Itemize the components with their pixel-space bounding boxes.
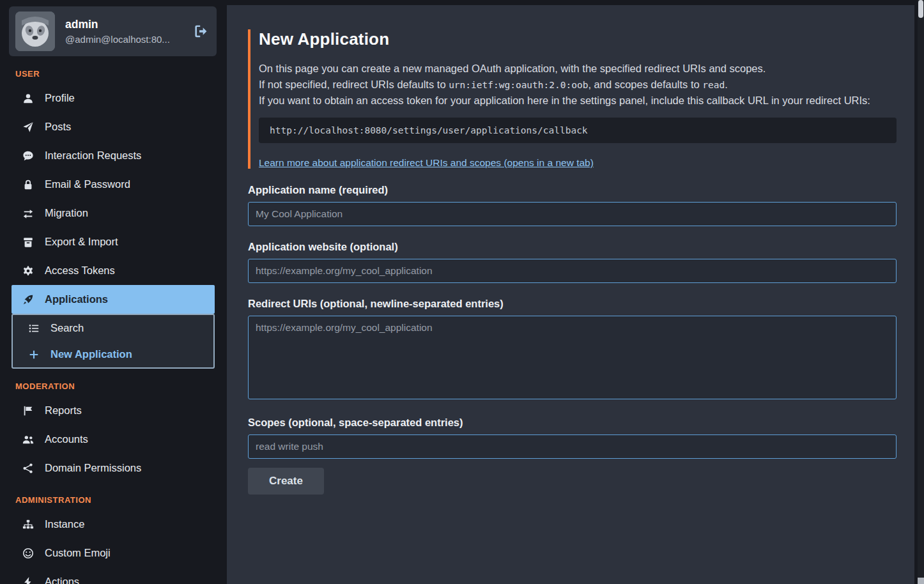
sidebar-item-domain-permissions[interactable]: Domain Permissions [12, 454, 215, 482]
main-content: New Application On this page you can cre… [227, 0, 924, 584]
sidebar-item-label: New Application [50, 347, 132, 362]
intro-block: New Application On this page you can cre… [248, 29, 897, 169]
scopes-label: Scopes (optional, space-separated entrie… [248, 417, 897, 429]
sidebar-item-posts[interactable]: Posts [12, 112, 215, 141]
applications-submenu: Search New Application [12, 314, 215, 369]
intro-line-3: If you want to obtain an access token fo… [259, 93, 897, 109]
user-nav: Profile Posts Interaction Requests Email… [0, 84, 227, 314]
sidebar-item-label: Migration [45, 206, 88, 220]
sidebar-item-label: Export & Import [45, 234, 118, 249]
scrollbar-corner [918, 578, 924, 584]
sidebar-item-label: Posts [45, 119, 71, 134]
application-name-input[interactable] [248, 202, 897, 226]
user-card[interactable]: admin @admin@localhost:80... [9, 6, 217, 56]
sidebar-item-search[interactable]: Search [13, 315, 213, 341]
rocket-icon [21, 294, 35, 305]
redirect-uris-label: Redirect URIs (optional, newline-separat… [248, 298, 897, 310]
application-website-label: Application website (optional) [248, 241, 897, 253]
users-icon [21, 434, 35, 445]
sidebar-item-custom-emoji[interactable]: Custom Emoji [12, 539, 215, 567]
section-label-moderation: MODERATION [15, 381, 227, 391]
sidebar: admin @admin@localhost:80... USER Profil… [0, 0, 227, 584]
lock-icon [21, 179, 35, 190]
sidebar-item-profile[interactable]: Profile [12, 84, 215, 112]
flag-icon [21, 405, 35, 417]
intro-line-2: If not specified, redirect URIs defaults… [259, 77, 897, 93]
bolt-icon [21, 576, 35, 584]
administration-nav: Instance Custom Emoji Actions [0, 510, 227, 584]
exchange-arrows-icon [21, 208, 35, 219]
sidebar-item-label: Actions [45, 574, 79, 584]
sidebar-item-label: Domain Permissions [45, 461, 141, 475]
vertical-scrollbar[interactable] [918, 0, 924, 584]
moderation-nav: Reports Accounts Domain Permissions [0, 396, 227, 482]
section-label-administration: ADMINISTRATION [15, 495, 227, 505]
sidebar-item-applications[interactable]: Applications [12, 285, 215, 314]
field-application-website: Application website (optional) [248, 241, 897, 283]
sidebar-item-label: Instance [45, 517, 84, 532]
plus-icon [27, 349, 41, 360]
sidebar-item-label: Applications [45, 292, 108, 307]
user-name: admin [65, 18, 183, 31]
sidebar-item-instance[interactable]: Instance [12, 510, 215, 539]
inline-code-scope: read [702, 80, 725, 90]
comment-icon [21, 150, 35, 162]
sidebar-item-label: Profile [45, 91, 75, 105]
sidebar-item-interaction-requests[interactable]: Interaction Requests [12, 141, 215, 170]
page-title: New Application [259, 29, 897, 49]
sidebar-item-label: Access Tokens [45, 263, 115, 278]
scrollbar-thumb[interactable] [918, 0, 923, 18]
archive-box-icon [21, 236, 35, 248]
list-icon [27, 323, 41, 334]
sidebar-item-label: Custom Emoji [45, 546, 111, 560]
sidebar-item-label: Email & Password [45, 177, 130, 192]
inline-code-uri: urn:ietf:wg:oauth:2.0:oob [449, 80, 588, 90]
learn-more-link[interactable]: Learn more about application redirect UR… [259, 157, 594, 169]
sidebar-item-label: Interaction Requests [45, 148, 141, 163]
section-label-user: USER [15, 69, 227, 79]
sidebar-item-reports[interactable]: Reports [12, 396, 215, 425]
new-application-form: Application name (required) Application … [248, 184, 897, 495]
sidebar-item-label: Accounts [45, 432, 88, 447]
user-info: admin @admin@localhost:80... [65, 18, 183, 45]
logout-icon[interactable] [194, 24, 209, 39]
new-application-panel: New Application On this page you can cre… [227, 5, 914, 584]
create-button[interactable]: Create [248, 468, 324, 495]
intro-line-1: On this page you can create a new manage… [259, 61, 897, 77]
sidebar-item-label: Search [50, 321, 84, 335]
callback-url-code: http://localhost:8080/settings/user/appl… [259, 118, 897, 143]
sidebar-item-email-password[interactable]: Email & Password [12, 170, 215, 199]
sidebar-item-actions[interactable]: Actions [12, 567, 215, 584]
smiley-icon [21, 548, 35, 559]
sidebar-item-label: Reports [45, 403, 82, 418]
user-handle: @admin@localhost:80... [65, 34, 183, 45]
gear-icon [21, 265, 35, 277]
share-nodes-icon [21, 463, 35, 474]
field-redirect-uris: Redirect URIs (optional, newline-separat… [248, 298, 897, 402]
sidebar-item-migration[interactable]: Migration [12, 199, 215, 227]
scopes-input[interactable] [248, 434, 897, 459]
redirect-uris-textarea[interactable] [248, 316, 897, 399]
field-application-name: Application name (required) [248, 184, 897, 226]
field-scopes: Scopes (optional, space-separated entrie… [248, 417, 897, 459]
sidebar-item-access-tokens[interactable]: Access Tokens [12, 256, 215, 285]
application-website-input[interactable] [248, 259, 897, 283]
user-icon [21, 93, 35, 104]
sidebar-item-accounts[interactable]: Accounts [12, 425, 215, 454]
sidebar-item-new-application[interactable]: New Application [13, 341, 213, 367]
sidebar-item-export-import[interactable]: Export & Import [12, 227, 215, 256]
application-name-label: Application name (required) [248, 184, 897, 196]
sitemap-icon [21, 519, 35, 530]
avatar [15, 12, 55, 51]
paper-plane-icon [21, 121, 35, 133]
